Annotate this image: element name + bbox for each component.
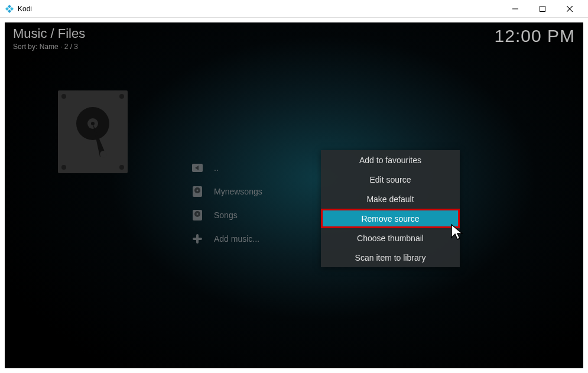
svg-rect-0	[540, 6, 545, 11]
list-item-label: Songs	[214, 210, 238, 220]
drive-thumbnail	[58, 90, 128, 173]
svg-point-8	[197, 190, 199, 192]
context-menu: Add to favourites Edit source Make defau…	[321, 150, 460, 267]
context-item-edit-source[interactable]: Edit source	[321, 170, 460, 189]
back-arrow-icon	[191, 164, 203, 172]
plus-icon	[191, 234, 203, 244]
header: Music / Files Sort by: Name · 2 / 3 12:0…	[13, 26, 575, 51]
context-item-choose-thumbnail[interactable]: Choose thumbnail	[321, 228, 460, 248]
context-item-remove-source[interactable]: Remove source	[321, 209, 460, 228]
window-title: Kodi	[18, 5, 502, 13]
list-item-parent[interactable]: ..	[191, 156, 316, 180]
file-list: .. Mynewsongs Songs	[191, 156, 316, 251]
titlebar: Kodi	[0, 0, 588, 18]
app-icon	[5, 4, 14, 14]
context-item-add-favourites[interactable]: Add to favourites	[321, 150, 460, 170]
list-item-label: ..	[214, 163, 219, 173]
list-item-source[interactable]: Mynewsongs	[191, 180, 316, 203]
list-item-source[interactable]: Songs	[191, 203, 316, 227]
disc-icon	[191, 210, 203, 220]
context-item-scan-to-library[interactable]: Scan item to library	[321, 248, 460, 267]
window: Kodi Music / Files Sort by: Name · 2 / 3…	[0, 0, 588, 373]
svg-point-4	[100, 151, 107, 158]
maximize-button[interactable]	[529, 0, 556, 18]
sort-line: Sort by: Name · 2 / 3	[13, 43, 85, 51]
list-item-label: Mynewsongs	[214, 187, 262, 196]
minimize-button[interactable]	[502, 0, 529, 18]
window-controls	[502, 0, 583, 18]
context-item-make-default[interactable]: Make default	[321, 189, 460, 209]
list-item-label: Add music...	[214, 234, 259, 244]
svg-point-11	[197, 213, 199, 215]
kodi-app: Music / Files Sort by: Name · 2 / 3 12:0…	[5, 22, 583, 368]
disc-icon	[191, 186, 203, 197]
hard-drive-icon	[69, 102, 116, 161]
list-item-add-music[interactable]: Add music...	[191, 227, 316, 251]
content-frame: Music / Files Sort by: Name · 2 / 3 12:0…	[0, 18, 588, 373]
breadcrumb: Music / Files	[13, 26, 85, 41]
clock: 12:00 PM	[495, 26, 575, 46]
close-button[interactable]	[556, 0, 583, 18]
